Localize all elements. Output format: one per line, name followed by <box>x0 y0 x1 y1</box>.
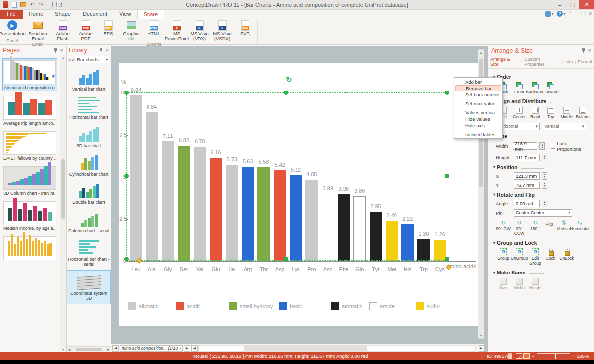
library-back-icon[interactable]: < <box>68 57 71 62</box>
collapse-ribbon-icon[interactable]: ⌃ <box>568 11 572 16</box>
library-item-double-bar-chart[interactable]: Double bar chart <box>67 180 111 208</box>
bar-Pro[interactable] <box>305 180 318 261</box>
library-item-cylindrical-bar-chart[interactable]: Cylindrical bar chart <box>67 151 111 180</box>
align-bottom-button[interactable]: Bottom <box>575 107 590 119</box>
menu-item-set-bars-number[interactable]: Set bars number <box>455 91 501 98</box>
help-icon[interactable]: ? ▾ <box>557 11 566 17</box>
angle-input[interactable]: 0.00 rad <box>514 200 540 207</box>
ribbon-tab-share[interactable]: Share <box>137 10 164 19</box>
bar-Lys[interactable] <box>290 175 302 261</box>
bar-Glu[interactable] <box>210 158 222 261</box>
panel-layout-icon[interactable]: ▾ <box>545 11 554 17</box>
doc-close-icon[interactable]: ✕ <box>588 11 592 16</box>
bar-Asn[interactable] <box>322 194 334 261</box>
library-scrollbar[interactable]: ◀ ▶ <box>67 346 111 352</box>
page-thumbnail[interactable] <box>3 201 56 225</box>
rotate-90-cw-button[interactable]: ↻90° CW <box>496 219 511 231</box>
selection-handle[interactable] <box>445 174 449 178</box>
open-icon[interactable] <box>20 1 27 8</box>
height-input[interactable]: 111.7 mm <box>514 154 540 161</box>
section-make-same[interactable]: ▾Make Same <box>493 270 590 275</box>
selection-handle[interactable] <box>284 91 288 95</box>
html-button[interactable]: HTMLHTML <box>143 19 165 36</box>
pages-scrollbar[interactable]: ▲ ▼ <box>60 55 66 352</box>
zoom-page-icon[interactable] <box>516 353 522 359</box>
order-forward-button[interactable]: Forward <box>544 82 558 94</box>
ribbon-tab-home[interactable]: Home <box>23 10 49 19</box>
panel-tab-custom-properties[interactable]: Custom Properties <box>524 57 560 67</box>
rotate-90-ccw-button[interactable]: ↺90° CCW <box>512 219 527 236</box>
section-size[interactable]: ▾Size <box>493 133 590 139</box>
zoom-out-icon[interactable]: - <box>532 353 534 359</box>
rotate-180--button[interactable]: ↻180 ° <box>528 219 543 231</box>
document-page[interactable]: % amino acids 9.848.847.116.856.786.165.… <box>119 63 483 326</box>
bar-Trp[interactable] <box>417 239 430 261</box>
eps-button[interactable]: EPSEPS <box>97 19 120 36</box>
order-backward-button[interactable]: Backward <box>528 82 543 94</box>
align-center-button[interactable]: Center <box>512 107 527 119</box>
page-actions-dropdown-icon[interactable]: ▼ <box>51 74 56 79</box>
bar-Ile[interactable] <box>226 165 238 261</box>
menu-item-hide-axis[interactable]: Hide axis <box>455 122 501 129</box>
x-stepper[interactable]: ▲▼ <box>542 172 547 180</box>
doc-minimize-icon[interactable]: ─ <box>575 11 578 16</box>
selection-handle[interactable] <box>124 257 129 261</box>
panel-tab-arrange-size[interactable]: Arrange & Size <box>490 57 519 67</box>
x-input[interactable]: 121.3 mm <box>514 172 540 180</box>
ms-powerpoint-button[interactable]: PMS PowerPoint <box>165 19 188 42</box>
width-stepper[interactable]: ▲▼ <box>539 142 544 150</box>
ms-visio-vdx--button[interactable]: VMS Visio (VDX) <box>188 19 211 42</box>
maximize-button[interactable]: ▢ <box>566 0 579 9</box>
adobe-pdf-button[interactable]: PDFAdobe PDF <box>74 19 97 42</box>
section-order[interactable]: ▾Order <box>493 74 590 80</box>
rotate-handle-icon[interactable]: ↻ <box>286 75 292 84</box>
bar-His[interactable] <box>401 224 414 261</box>
library-item-column-chart-serial[interactable]: Column chart - serial <box>67 208 111 236</box>
page-tab[interactable]: mino acid composition... (1/10▾ <box>120 345 183 352</box>
menu-item-set-max-value[interactable]: Set max value <box>455 100 501 107</box>
selection-handle[interactable] <box>124 174 129 178</box>
ribbon-tab-view[interactable]: View <box>113 10 137 19</box>
ms-visio-vsdx--button[interactable]: VMS Visio (VSDX) <box>211 19 234 42</box>
doc-restore-icon[interactable]: ❐ <box>581 11 585 16</box>
bar-Gly[interactable] <box>162 141 174 261</box>
bar-Gln[interactable] <box>353 196 366 261</box>
library-item-horizontal-bar-chart-serial[interactable]: Horizontal bar chart - serial <box>67 236 111 270</box>
pin-icon[interactable] <box>582 48 585 53</box>
adobe-flash-button[interactable]: SWFAdobe Flash <box>51 19 74 42</box>
selection-handle[interactable] <box>445 257 449 261</box>
close-icon[interactable]: × <box>106 48 109 53</box>
bar-Arg[interactable] <box>242 167 254 261</box>
fit-selection-icon[interactable] <box>523 353 530 359</box>
page-thumbnail[interactable] <box>3 166 56 190</box>
canvas-horizontal-scrollbar[interactable] <box>198 345 476 352</box>
height-stepper[interactable]: ▲▼ <box>542 154 547 161</box>
pin-dropdown[interactable]: Center-Center▾ <box>514 209 572 217</box>
page-thumbnail-item[interactable]: 3D Column chart - Iran int... <box>2 165 57 197</box>
menu-item-add-bar[interactable]: Add bar <box>455 79 501 85</box>
bar-Asp[interactable] <box>274 170 286 261</box>
new-document-icon[interactable] <box>11 1 18 8</box>
library-item-horizontal-bar-chart[interactable]: Horizontal bar chart <box>67 94 111 123</box>
pin-icon[interactable] <box>54 48 57 53</box>
selection-handle[interactable] <box>284 257 288 261</box>
canvas[interactable]: % amino acids 9.848.847.116.856.786.165.… <box>111 46 488 352</box>
flip-horizontal-button[interactable]: ⇆Horizontal <box>572 219 587 231</box>
order-front-button[interactable]: Front <box>512 82 527 94</box>
send-via-email-button[interactable]: Send via Email <box>26 19 49 42</box>
scroll-left-icon[interactable]: ◀ <box>191 345 198 352</box>
panel-tab-info[interactable]: Info <box>565 59 573 64</box>
scroll-left-icon[interactable]: ◀ <box>68 348 70 352</box>
page-thumbnail[interactable]: ▼ <box>4 60 56 84</box>
ribbon-tab-file[interactable]: File <box>0 10 23 19</box>
lock-proportions-checkbox[interactable]: Lock Proportions <box>551 141 590 152</box>
scroll-up-icon[interactable]: ▲ <box>478 50 484 54</box>
section-rotate-flip[interactable]: ▾Rotate and Flip <box>493 192 590 198</box>
bar-Phe[interactable] <box>338 194 350 261</box>
angle-stepper[interactable]: ▲▼ <box>542 200 547 207</box>
undo-icon[interactable]: ↶ <box>29 1 36 8</box>
presentation-button[interactable]: ▶Presentation <box>1 19 24 36</box>
align-right-button[interactable]: Right <box>528 107 543 119</box>
page-thumbnail-item[interactable]: Median income, by age a... <box>2 200 57 232</box>
ribbon-tab-document[interactable]: Document <box>77 10 113 19</box>
